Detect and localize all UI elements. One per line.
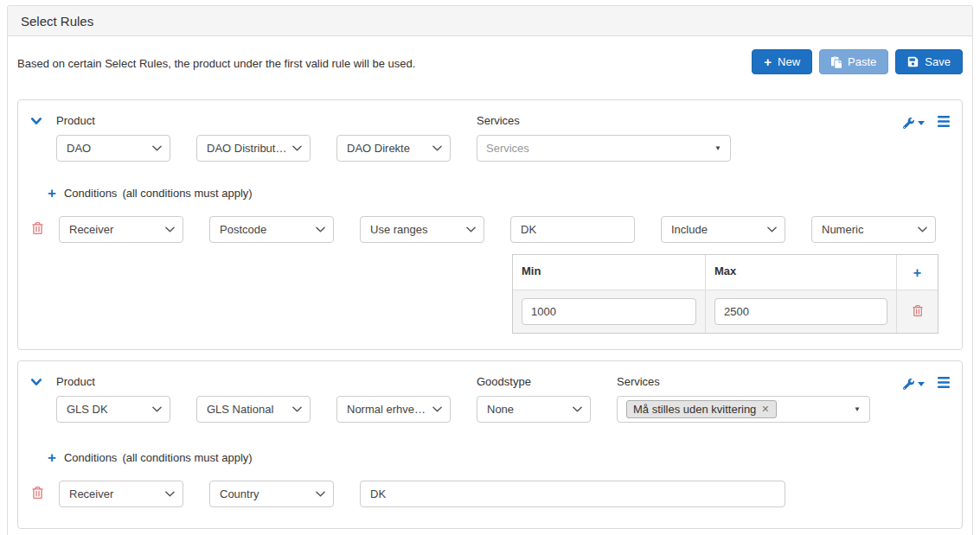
rule2-condition-target-select[interactable]: Receiver bbox=[59, 481, 183, 507]
rule1-product-select-1-control[interactable]: DAO bbox=[56, 135, 170, 162]
rule2-goodstype-select[interactable]: None bbox=[477, 396, 591, 423]
rule1-product-select-2-control[interactable]: DAO Distribution bbox=[196, 135, 311, 162]
new-button-label: New bbox=[778, 55, 800, 68]
rule1-condition-datatype-select[interactable]: Numeric bbox=[811, 216, 936, 243]
rule2-condition-field-select[interactable]: Country bbox=[209, 481, 334, 507]
save-button[interactable]: Save bbox=[895, 49, 963, 74]
min-column-header: Min bbox=[513, 255, 705, 290]
rule2-product-select-2-control[interactable]: GLS National bbox=[196, 396, 311, 423]
range-max-input[interactable] bbox=[714, 298, 887, 325]
rule1-condition-field-control[interactable]: Postcode bbox=[209, 216, 334, 243]
rule1-product-group-2: DAO Distribution bbox=[196, 114, 311, 162]
service-tag: Må stilles uden kvittering ✕ bbox=[626, 400, 777, 418]
rule1-product-select-2[interactable]: DAO Distribution bbox=[196, 135, 311, 162]
ranges-table-header: Min Max + bbox=[513, 255, 938, 290]
rule1-product-group-3: DAO Direkte bbox=[336, 114, 451, 162]
rule1-condition-target-control[interactable]: Receiver bbox=[59, 216, 183, 243]
dropdown-triangle-icon: ▼ bbox=[714, 144, 721, 152]
rule1-condition-mode-control[interactable]: Use ranges bbox=[360, 216, 484, 243]
rule2-product-group-1: Product GLS DK bbox=[56, 375, 170, 423]
rule2-product-select-3-control[interactable]: Normal erhvervspakke bbox=[336, 396, 451, 423]
caret-down-icon bbox=[918, 382, 925, 386]
wrench-icon bbox=[903, 379, 914, 390]
rule2-product-select-2[interactable]: GLS National bbox=[196, 396, 311, 423]
delete-range-button[interactable] bbox=[896, 290, 938, 333]
paste-button[interactable]: Paste bbox=[819, 49, 888, 74]
max-column-header: Max bbox=[705, 255, 896, 290]
service-tag-label: Må stilles uden kvittering bbox=[633, 403, 756, 416]
rule2-delete-condition-button[interactable] bbox=[32, 487, 59, 502]
toolbar: Based on certain Select Rules, the produ… bbox=[17, 49, 963, 74]
services-label: Services bbox=[477, 114, 731, 127]
rule1-drag-handle[interactable] bbox=[938, 115, 950, 131]
rule1-condition-mode-select[interactable]: Use ranges bbox=[360, 216, 484, 243]
rule2-drag-handle[interactable] bbox=[938, 376, 950, 392]
rule1-settings-dropdown[interactable] bbox=[903, 118, 925, 129]
goodstype-label: Goodstype bbox=[477, 375, 591, 388]
rule2-condition-value-input[interactable] bbox=[360, 481, 785, 507]
range-row bbox=[513, 290, 938, 333]
rule2-condition-target-control[interactable]: Receiver bbox=[59, 481, 183, 507]
product-label: Product bbox=[56, 114, 170, 127]
plus-icon: + bbox=[764, 55, 772, 68]
trash-icon bbox=[32, 222, 43, 234]
menu-icon bbox=[938, 377, 950, 388]
save-icon bbox=[907, 56, 919, 67]
toolbar-buttons: + New Paste Save bbox=[752, 49, 963, 74]
rule1-services-group: Services Services ▼ bbox=[477, 114, 731, 162]
range-min-input[interactable] bbox=[522, 298, 696, 325]
rule1-condition-include-control[interactable]: Include bbox=[661, 216, 785, 243]
caret-down-icon bbox=[918, 121, 925, 125]
rule2-goodstype-control[interactable]: None bbox=[477, 396, 591, 423]
paste-button-label: Paste bbox=[848, 55, 876, 68]
conditions-label: Conditions bbox=[64, 187, 117, 200]
rule1-product-select-3[interactable]: DAO Direkte bbox=[336, 135, 451, 162]
dropdown-triangle-icon: ▼ bbox=[854, 405, 861, 413]
rule1-product-group-1: Product DAO bbox=[56, 114, 170, 162]
panel-body: Based on certain Select Rules, the produ… bbox=[8, 36, 972, 535]
rule1-collapse-toggle[interactable] bbox=[30, 114, 56, 131]
rule1-product-select-3-control[interactable]: DAO Direkte bbox=[336, 135, 451, 162]
services-placeholder: Services bbox=[486, 142, 714, 155]
chevron-down-icon bbox=[30, 115, 42, 127]
rule1-condition-row: Receiver Postcode Use ranges Include bbox=[18, 216, 962, 243]
conditions-note: (all conditions must apply) bbox=[122, 451, 252, 464]
rule2-collapse-toggle[interactable] bbox=[30, 375, 56, 392]
rule2-card-actions bbox=[903, 375, 950, 392]
rule2-settings-dropdown[interactable] bbox=[903, 379, 925, 390]
rule2-conditions-header: + Conditions (all conditions must apply) bbox=[48, 450, 950, 465]
rule1-services-multiselect[interactable]: Services ▼ bbox=[477, 135, 731, 162]
trash-icon bbox=[913, 305, 923, 316]
rule2-product-group-3: Normal erhvervspakke bbox=[336, 375, 451, 423]
rule1-condition-field-select[interactable]: Postcode bbox=[209, 216, 334, 243]
rule1-condition-include-select[interactable]: Include bbox=[661, 216, 785, 243]
rule1-product-row: Product DAO DAO Distribution bbox=[18, 100, 962, 162]
rule1-condition-value-input[interactable] bbox=[510, 216, 635, 243]
rule2-product-select-1[interactable]: GLS DK bbox=[56, 396, 170, 423]
rule1-product-select-1[interactable]: DAO bbox=[56, 135, 170, 162]
add-condition-button[interactable]: + bbox=[48, 186, 56, 201]
rule1-condition-target-select[interactable]: Receiver bbox=[59, 216, 183, 243]
paste-icon bbox=[831, 56, 842, 68]
new-button[interactable]: + New bbox=[752, 49, 812, 74]
product-label: Product bbox=[56, 375, 170, 388]
rule2-product-select-1-control[interactable]: GLS DK bbox=[56, 396, 170, 423]
services-label: Services bbox=[617, 375, 870, 388]
ranges-table: Min Max + bbox=[512, 254, 938, 334]
rule1-delete-condition-button[interactable] bbox=[32, 222, 59, 238]
select-rules-panel: Select Rules Based on certain Select Rul… bbox=[7, 5, 973, 535]
rule1-conditions-header: + Conditions (all conditions must apply) bbox=[48, 186, 950, 201]
rule2-condition-field-control[interactable]: Country bbox=[209, 481, 334, 507]
rule1-card-actions bbox=[903, 114, 950, 131]
add-condition-button[interactable]: + bbox=[48, 450, 56, 465]
add-range-button[interactable]: + bbox=[913, 264, 921, 280]
remove-tag-icon[interactable]: ✕ bbox=[761, 404, 769, 415]
rule2-services-multiselect[interactable]: Må stilles uden kvittering ✕ ▼ bbox=[617, 396, 870, 423]
rule1-condition-datatype-control[interactable]: Numeric bbox=[811, 216, 936, 243]
chevron-down-icon bbox=[30, 376, 42, 388]
rule-card-1: Product DAO DAO Distribution bbox=[17, 99, 963, 350]
wrench-icon bbox=[903, 118, 914, 129]
add-range-cell: + bbox=[896, 255, 938, 290]
rule2-product-select-3[interactable]: Normal erhvervspakke bbox=[336, 396, 451, 423]
rule2-condition-row: Receiver Country bbox=[18, 481, 962, 507]
